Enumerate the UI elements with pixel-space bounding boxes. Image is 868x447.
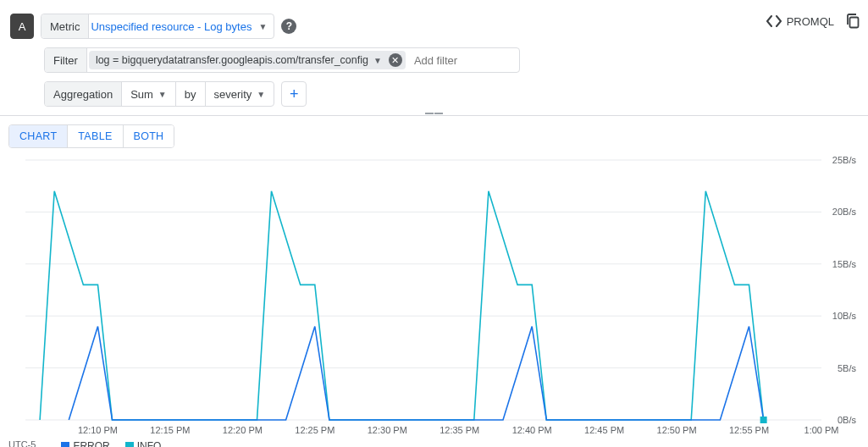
svg-text:12:25 PM: 12:25 PM <box>295 425 334 435</box>
chevron-down-icon: ▼ <box>257 90 265 99</box>
aggregation-groupby[interactable]: severity ▼ <box>206 82 274 106</box>
svg-text:15B/s: 15B/s <box>832 259 857 269</box>
panel-divider[interactable] <box>0 115 868 116</box>
view-tab-table[interactable]: TABLE <box>68 125 123 147</box>
svg-text:12:50 PM: 12:50 PM <box>657 425 697 435</box>
svg-text:10B/s: 10B/s <box>832 311 857 321</box>
svg-text:12:20 PM: 12:20 PM <box>223 425 263 435</box>
svg-text:12:35 PM: 12:35 PM <box>440 425 479 435</box>
svg-text:12:10 PM: 12:10 PM <box>78 425 118 435</box>
aggregation-fn[interactable]: Sum ▼ <box>122 82 176 106</box>
chevron-down-icon: ▼ <box>158 90 167 99</box>
view-toggle: CHARTTABLEBOTH <box>8 124 174 148</box>
svg-text:12:30 PM: 12:30 PM <box>368 425 407 435</box>
remove-filter-icon[interactable]: ✕ <box>389 53 402 67</box>
svg-text:12:55 PM: 12:55 PM <box>729 425 769 435</box>
by-label: by <box>176 82 206 106</box>
svg-text:1:00 PM: 1:00 PM <box>804 425 839 435</box>
promql-label: PROMQL <box>787 15 834 28</box>
series-error[interactable] <box>69 327 763 421</box>
svg-text:0B/s: 0B/s <box>838 415 857 425</box>
svg-text:25B/s: 25B/s <box>832 155 857 165</box>
add-aggregation-button[interactable]: + <box>281 81 307 107</box>
svg-rect-0 <box>850 18 859 28</box>
filter-chip[interactable]: log = bigquerydatatransfer.googleapis.co… <box>89 51 406 69</box>
add-filter-input[interactable] <box>412 53 506 68</box>
series-end-marker <box>760 417 767 423</box>
svg-text:20B/s: 20B/s <box>832 207 857 217</box>
chart-legend: ERRORINFO <box>61 440 161 447</box>
chevron-down-icon: ▼ <box>373 56 382 65</box>
chevron-down-icon: ▼ <box>258 22 267 31</box>
svg-text:12:40 PM: 12:40 PM <box>512 425 552 435</box>
query-letter-badge[interactable]: A <box>10 14 34 39</box>
view-tab-both[interactable]: BOTH <box>124 125 174 147</box>
metrics-chart[interactable]: 0B/s5B/s10B/s15B/s20B/s25B/s12:10 PM12:1… <box>8 153 860 437</box>
series-info[interactable] <box>40 191 764 420</box>
svg-text:12:15 PM: 12:15 PM <box>150 425 190 435</box>
svg-text:12:45 PM: 12:45 PM <box>584 425 624 435</box>
metric-value: Unspecified resource - Log bytes <box>82 20 257 33</box>
filter-chip-text: log = bigquerydatatransfer.googleapis.co… <box>96 54 368 66</box>
filter-picker[interactable]: Filter log = bigquerydatatransfer.google… <box>44 47 520 73</box>
drag-handle-icon <box>424 113 445 118</box>
copy-icon[interactable] <box>846 14 860 29</box>
code-icon <box>766 15 782 27</box>
metric-picker[interactable]: Metric Unspecified resource - Log bytes … <box>41 14 274 39</box>
aggregation-picker[interactable]: Aggregation Sum ▼ by severity ▼ <box>44 81 274 107</box>
aggregation-label: Aggregation <box>45 82 122 106</box>
svg-text:5B/s: 5B/s <box>838 363 857 373</box>
legend-item-error[interactable]: ERROR <box>61 440 109 447</box>
view-tab-chart[interactable]: CHART <box>9 125 68 147</box>
help-icon[interactable]: ? <box>281 19 296 34</box>
promql-toggle[interactable]: PROMQL <box>766 15 834 28</box>
legend-item-info[interactable]: INFO <box>125 440 162 447</box>
timezone-label: UTC-5 <box>8 439 36 447</box>
